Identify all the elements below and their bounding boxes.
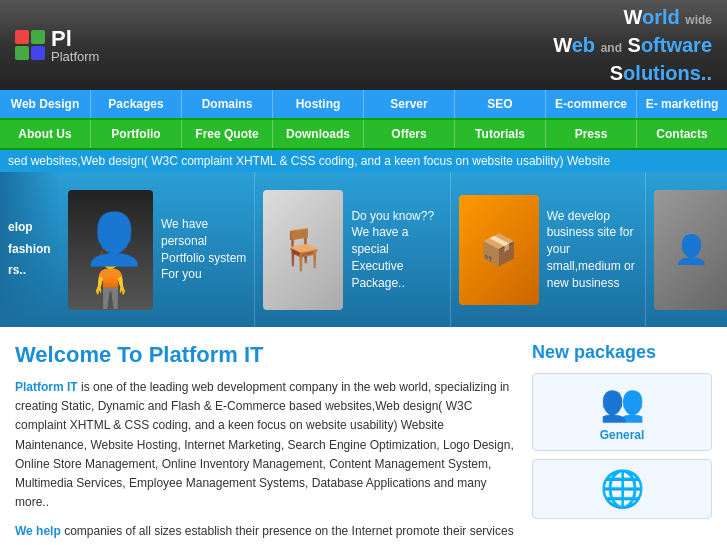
nav-hosting[interactable]: Hosting xyxy=(273,90,364,118)
para2-rest: companies of all sizes establish their p… xyxy=(15,524,514,545)
nav-about[interactable]: About Us xyxy=(0,120,91,148)
nav-domains[interactable]: Domains xyxy=(182,90,273,118)
slide-text-1: We have personal Portfolio system For yo… xyxy=(161,216,246,283)
person-image: 🧍 xyxy=(68,190,153,310)
nav-ecommerce[interactable]: E-commerce xyxy=(546,90,637,118)
office-image: 🪑 xyxy=(263,190,343,310)
slideshow: elop fashion rs.. 🧍 We have personal Por… xyxy=(0,172,727,327)
hint-line3: rs.. xyxy=(8,260,60,282)
logo-sq3 xyxy=(15,46,29,60)
hint-line2: fashion xyxy=(8,239,60,261)
nav-bottom: About Us Portfolio Free Quote Downloads … xyxy=(0,120,727,150)
slide-panel-1: 🧍 We have personal Portfolio system For … xyxy=(60,172,255,327)
slide-text-2: Do you know?? We have a special Executiv… xyxy=(351,208,441,292)
slide-panel-3: 📦 We develop business site for your smal… xyxy=(451,172,646,327)
package-card-2[interactable]: 🌐 xyxy=(532,459,712,519)
nav-emarketing[interactable]: E- marketing xyxy=(637,90,727,118)
logo-text: PlPlatform xyxy=(51,28,99,63)
package-general-icon: 👥 xyxy=(541,382,703,424)
ticker-text: sed websites,Web design( W3C complaint X… xyxy=(8,154,610,168)
ticker: sed websites,Web design( W3C complaint X… xyxy=(0,150,727,172)
welcome-para1: Platform IT is one of the leading web de… xyxy=(15,378,517,512)
nav-offers[interactable]: Offers xyxy=(364,120,455,148)
slide-text-3: We develop business site for your small,… xyxy=(547,208,637,292)
content-right: New packages 👥 General 🌐 xyxy=(532,342,712,545)
hint-line1: elop xyxy=(8,217,60,239)
logo-subtext: Platform xyxy=(51,50,99,63)
highlight-wehelp: We help xyxy=(15,524,61,538)
logo-sq4 xyxy=(31,46,45,60)
new-packages-title: New packages xyxy=(532,342,712,363)
person2-image: 👤 xyxy=(654,190,727,310)
nav-web-design[interactable]: Web Design xyxy=(0,90,91,118)
header: PlPlatform World wide Web and Software S… xyxy=(0,0,727,90)
nav-packages[interactable]: Packages xyxy=(91,90,182,118)
welcome-para2: We help companies of all sizes establish… xyxy=(15,522,517,545)
box-image: 📦 xyxy=(459,195,539,305)
nav-downloads[interactable]: Downloads xyxy=(273,120,364,148)
logo-sq2 xyxy=(31,30,45,44)
nav-server[interactable]: Server xyxy=(364,90,455,118)
nav-contacts[interactable]: Contacts xyxy=(637,120,727,148)
tagline: World wide Web and Software Solutions.. xyxy=(553,3,712,87)
logo-sq1 xyxy=(15,30,29,44)
content-left: Welcome To Platform IT Platform IT is on… xyxy=(15,342,517,545)
slide-left-hint: elop fashion rs.. xyxy=(0,172,60,327)
logo-area: PlPlatform xyxy=(15,28,99,63)
para1-rest: is one of the leading web development co… xyxy=(15,380,514,509)
nav-top: Web Design Packages Domains Hosting Serv… xyxy=(0,90,727,120)
nav-seo[interactable]: SEO xyxy=(455,90,546,118)
package-general-label: General xyxy=(541,428,703,442)
package-card-general[interactable]: 👥 General xyxy=(532,373,712,451)
slide-panel-4: 👤 xyxy=(646,172,727,327)
slide-panel-2: 🪑 Do you know?? We have a special Execut… xyxy=(255,172,450,327)
nav-portfolio[interactable]: Portfolio xyxy=(91,120,182,148)
welcome-title: Welcome To Platform IT xyxy=(15,342,517,368)
nav-press[interactable]: Press xyxy=(546,120,637,148)
logo-squares xyxy=(15,30,45,60)
package2-icon: 🌐 xyxy=(541,468,703,510)
main-content: Welcome To Platform IT Platform IT is on… xyxy=(0,327,727,545)
nav-tutorials[interactable]: Tutorials xyxy=(455,120,546,148)
nav-freequote[interactable]: Free Quote xyxy=(182,120,273,148)
highlight-platform: Platform IT xyxy=(15,380,78,394)
